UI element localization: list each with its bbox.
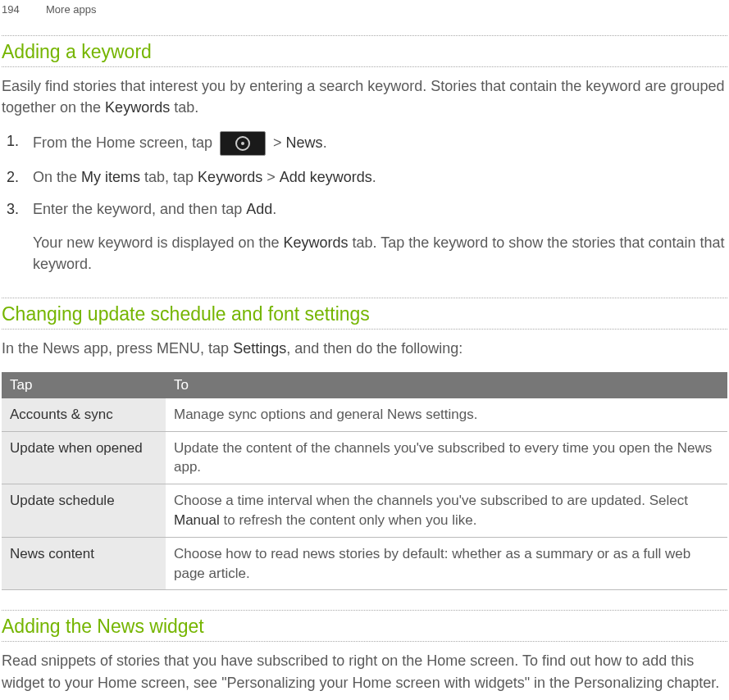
text: to refresh the content only when you lik… [220, 512, 477, 528]
text: tab, tap [140, 169, 198, 185]
col-to: To [166, 372, 727, 398]
steps-list: 1. From the Home screen, tap > News. 2. … [2, 131, 727, 220]
text: Choose a time interval when the channels… [174, 493, 688, 508]
section-title-news-widget: Adding the News widget [2, 611, 727, 641]
text: . [372, 169, 376, 185]
cell-tap: Update when opened [2, 431, 166, 484]
table-row: Update schedule Choose a time interval w… [2, 484, 727, 538]
text: On the [33, 169, 81, 185]
section-title-update-settings: Changing update schedule and font settin… [2, 298, 727, 329]
separator [2, 329, 727, 330]
page-number: 194 [2, 3, 21, 16]
text: > [269, 134, 286, 151]
table-row: Accounts & sync Manage sync options and … [2, 398, 727, 431]
apps-icon [220, 131, 266, 156]
keywords-label: Keywords [105, 99, 170, 116]
page-header: 194 More apps [2, 3, 727, 16]
text: tab. [170, 99, 198, 116]
step-number: 3. [7, 199, 19, 220]
text: > [262, 169, 280, 185]
text: From the Home screen, tap [33, 134, 216, 151]
step-number: 2. [7, 167, 19, 188]
table-row: News content Choose how to read news sto… [2, 537, 727, 590]
section-title-adding-keyword: Adding a keyword [2, 36, 727, 66]
cell-to: Choose a time interval when the channels… [166, 484, 727, 538]
cell-tap: Accounts & sync [2, 398, 166, 431]
separator [2, 66, 727, 67]
manual-label: Manual [174, 512, 220, 528]
add-label: Add [246, 201, 272, 217]
result-paragraph: Your new keyword is displayed on the Key… [2, 232, 727, 275]
intro-paragraph: In the News app, press MENU, tap Setting… [2, 338, 727, 359]
my-items-label: My items [81, 169, 140, 185]
add-keywords-label: Add keywords [280, 169, 372, 185]
keywords-label: Keywords [198, 169, 262, 185]
cell-tap: Update schedule [2, 484, 166, 538]
table-header-row: Tap To [2, 372, 727, 398]
step-number: 1. [7, 131, 19, 152]
separator [2, 641, 727, 642]
step-1: 1. From the Home screen, tap > News. [33, 131, 727, 156]
step-3: 3. Enter the keyword, and then tap Add. [33, 199, 727, 220]
settings-table: Tap To Accounts & sync Manage sync optio… [2, 372, 727, 591]
cell-to: Update the content of the channels you'v… [166, 431, 727, 484]
text: Enter the keyword, and then tap [33, 201, 246, 217]
table-row: Update when opened Update the content of… [2, 431, 727, 484]
col-tap: Tap [2, 372, 166, 398]
cell-tap: News content [2, 537, 166, 590]
text: . [323, 134, 327, 151]
widget-paragraph: Read snippets of stories that you have s… [2, 650, 727, 693]
cell-to: Choose how to read news stories by defau… [166, 537, 727, 590]
keywords-label: Keywords [284, 234, 349, 251]
step-2: 2. On the My items tab, tap Keywords > A… [33, 167, 727, 188]
intro-paragraph: Easily find stories that interest you by… [2, 75, 727, 118]
text: . [272, 201, 276, 217]
text: In the News app, press MENU, tap [2, 340, 233, 357]
news-label: News [286, 134, 323, 151]
text: , and then do the following: [286, 340, 462, 357]
settings-label: Settings [233, 340, 286, 357]
cell-to: Manage sync options and general News set… [166, 398, 727, 431]
text: Your new keyword is displayed on the [33, 234, 284, 251]
page-section: More apps [46, 3, 96, 16]
